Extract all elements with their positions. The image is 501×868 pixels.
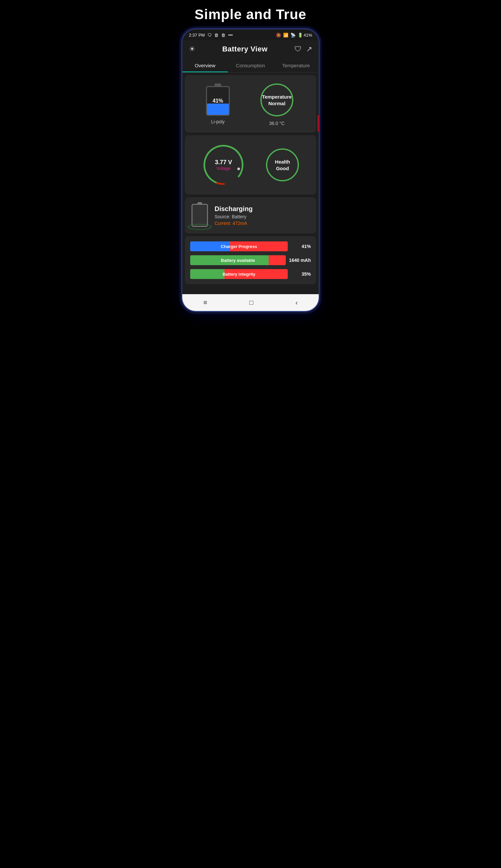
- battery-available-label: Battery available: [221, 258, 255, 263]
- nav-back-icon[interactable]: ‹: [295, 299, 298, 306]
- nav-menu-icon[interactable]: ≡: [203, 299, 207, 306]
- charger-progress-label: Charger Progress: [221, 244, 257, 249]
- progress-row-integrity: Battery integrity 35%: [190, 269, 311, 279]
- page-title: Simple and True: [194, 7, 306, 22]
- battery-body: 41%: [206, 86, 230, 116]
- health-circle-gauge: Health Good: [264, 147, 301, 183]
- temp-circle-section: TemperatureNormal 36.0 °C: [259, 82, 295, 126]
- charger-progress-bar: Charger Progress: [190, 241, 288, 251]
- battery-visual-section: 41% Li-poly: [206, 83, 230, 124]
- wifi-icon: 📡: [290, 33, 296, 38]
- health-section: Health Good: [264, 147, 301, 183]
- msg-icon: 🗨: [207, 33, 212, 38]
- signal-icon: 📶: [283, 33, 288, 38]
- battery-available-bar: Battery available: [190, 255, 286, 265]
- voltage-health-card: 3.77 V Voltage: [185, 135, 316, 194]
- battery-integrity-bar: Battery integrity: [190, 269, 288, 279]
- discharge-title: Discharging: [215, 205, 253, 213]
- tab-consumption[interactable]: Consumption: [228, 58, 273, 72]
- svg-point-8: [188, 224, 211, 230]
- status-time: 2:37 PM: [189, 33, 205, 38]
- discharge-current-value: 472mA: [232, 221, 247, 226]
- battery-percent-text: 41%: [213, 98, 223, 104]
- nav-home-icon[interactable]: □: [249, 299, 253, 306]
- status-bar: 2:37 PM 🗨 🗑 🗑 ••• 🔕 📶 📡 🔋 41%: [182, 29, 319, 40]
- header-title: Battery View: [222, 45, 268, 53]
- health-circle-text: Health Good: [275, 159, 290, 171]
- battery-integrity-value: 35%: [291, 272, 311, 277]
- progress-row-available: Battery available 1640 mAh: [190, 255, 311, 265]
- voltage-center-text: 3.77 V Voltage: [215, 159, 232, 171]
- svg-point-5: [237, 168, 240, 170]
- status-left: 2:37 PM 🗨 🗑 🗑 •••: [189, 33, 233, 38]
- battery-temp-card: 41% Li-poly Temper: [185, 75, 316, 133]
- side-decoration: [317, 115, 319, 131]
- shield-icon[interactable]: 🛡: [294, 45, 301, 53]
- share-icon[interactable]: ↗: [306, 45, 312, 53]
- nav-bar: ≡ □ ‹: [182, 294, 319, 311]
- battery-fill: [207, 104, 229, 115]
- app-header: ☀ Battery View 🛡 ↗: [182, 40, 319, 58]
- discharge-current: Current: 472mA: [215, 221, 253, 226]
- battery-integrity-label: Battery integrity: [223, 272, 255, 277]
- discharge-info: Discharging Source: Battery Current: 472…: [215, 205, 253, 226]
- progress-row-charger: Charger Progress 41%: [190, 241, 311, 251]
- tabs-row: Overview Consumption Temperature: [182, 58, 319, 73]
- bell-mute-icon: 🔕: [276, 33, 281, 38]
- voltage-section: 3.77 V Voltage: [200, 142, 247, 188]
- battery-status-icon: 🔋 41%: [298, 33, 312, 38]
- voltage-gauge: 3.77 V Voltage: [200, 142, 247, 188]
- discharge-source: Source: Battery: [215, 214, 253, 219]
- battery-available-value: 1640 mAh: [289, 257, 311, 263]
- app-content: 41% Li-poly Temper: [182, 73, 319, 294]
- brightness-icon[interactable]: ☀: [189, 45, 195, 53]
- progress-section: Charger Progress 41% Battery available 1…: [185, 236, 316, 284]
- tab-overview[interactable]: Overview: [182, 58, 228, 72]
- temp-circle-gauge: TemperatureNormal: [259, 82, 295, 118]
- battery-type-label: Li-poly: [211, 119, 224, 124]
- battery-integrity-fill: [190, 269, 224, 279]
- delete-icon: 🗑: [214, 33, 218, 38]
- charger-progress-value: 41%: [291, 244, 311, 249]
- tab-temperature[interactable]: Temperature: [273, 58, 319, 72]
- discharge-card: Discharging Source: Battery Current: 472…: [185, 197, 316, 233]
- temp-circle-text: TemperatureNormal: [262, 94, 292, 107]
- delete2-icon: 🗑: [221, 33, 225, 38]
- phone-frame: 2:37 PM 🗨 🗑 🗑 ••• 🔕 📶 📡 🔋 41% ☀ Battery …: [181, 28, 320, 312]
- more-icon: •••: [228, 33, 233, 38]
- status-right: 🔕 📶 📡 🔋 41%: [276, 33, 312, 38]
- temp-value-label: 36.0 °C: [269, 121, 285, 126]
